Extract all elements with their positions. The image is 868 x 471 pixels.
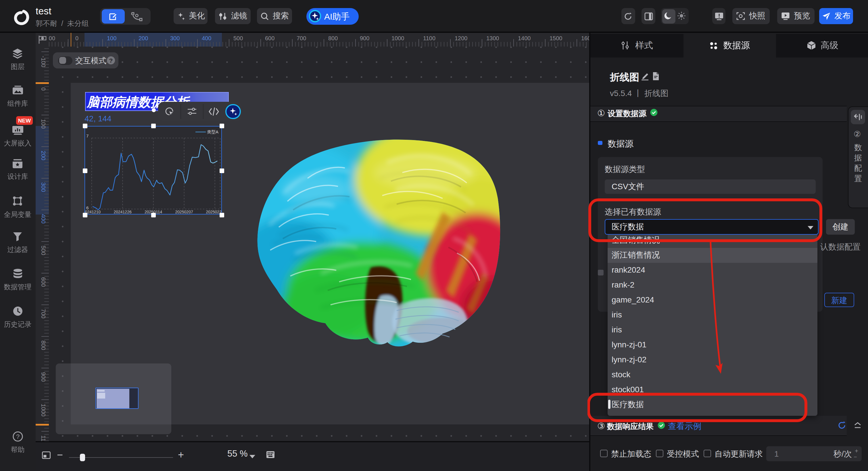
svg-text:?: ? [16, 433, 19, 440]
